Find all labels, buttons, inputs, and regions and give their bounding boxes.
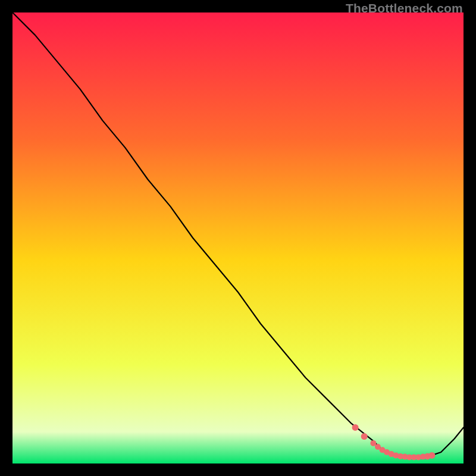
- marker-dot: [361, 433, 368, 440]
- marker-dot: [352, 424, 359, 431]
- marker-dot: [428, 452, 435, 459]
- watermark-text: TheBottleneck.com: [346, 1, 463, 15]
- bottleneck-chart: [12, 12, 464, 464]
- gradient-background: [12, 12, 464, 464]
- chart-stage: TheBottleneck.com: [0, 0, 476, 476]
